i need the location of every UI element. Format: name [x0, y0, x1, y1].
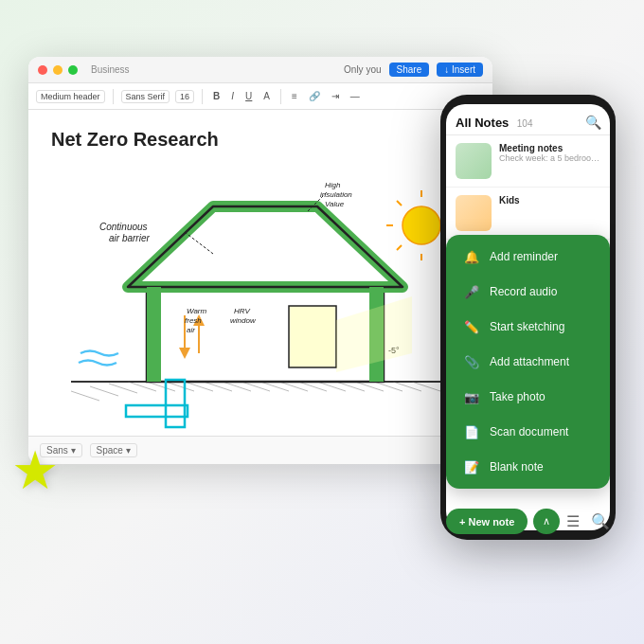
mobile-phone: All Notes 104 🔍 Meeting notes Check week… [440, 95, 616, 540]
window-bottom-bar: Sans ▾ Space ▾ [28, 436, 492, 464]
svg-line-33 [397, 201, 402, 206]
notes-count-badge: 104 [517, 118, 533, 129]
notes-header: All Notes 104 🔍 [446, 104, 610, 135]
space-dropdown[interactable]: Space ▾ [90, 443, 137, 457]
minimize-dot[interactable] [53, 65, 63, 75]
link-button[interactable]: 🔗 [306, 90, 323, 102]
toolbar-divider-3 [280, 89, 281, 104]
svg-text:Continuous: Continuous [99, 222, 148, 232]
titlebar-right: Only you Share ↓ Insert [344, 63, 483, 77]
close-dot[interactable] [38, 65, 47, 75]
take-photo-label: Take photo [490, 390, 546, 403]
notes-title-area: All Notes 104 [456, 114, 532, 131]
note-thumb-image [456, 195, 492, 231]
maximize-dot[interactable] [68, 65, 78, 75]
only-you-label: Only you [344, 64, 381, 75]
new-note-button[interactable]: + New note [446, 509, 528, 530]
blank-note-menu-item[interactable]: 📝 Blank note [450, 450, 606, 484]
titlebar-app-label: Business [91, 64, 130, 75]
note-thumbnail [456, 143, 492, 179]
add-attachment-menu-item[interactable]: 📎 Add attachment [450, 345, 606, 379]
color-button[interactable]: A [260, 90, 273, 102]
svg-text:insulation: insulation [320, 190, 352, 199]
note-thumbnail [456, 195, 492, 231]
toolbar-divider-2 [202, 89, 203, 104]
svg-text:Value: Value [325, 200, 345, 208]
star-decoration: ★ [11, 444, 59, 497]
new-note-area: + New note ∧ [446, 509, 560, 530]
reminder-icon: 🔔 [463, 248, 480, 265]
share-button[interactable]: Share [389, 63, 430, 77]
note-text: Meeting notes Check week: a 5 bedrooms, … [499, 143, 600, 179]
camera-icon: 📷 [463, 388, 480, 405]
house-svg: Continuous air barrier High insulation V… [51, 164, 470, 438]
record-audio-label: Record audio [490, 285, 557, 298]
svg-marker-22 [128, 206, 402, 287]
window-toolbar: Medium header Sans Serif 16 B I U A ≡ 🔗 … [28, 83, 492, 110]
bottom-search-icon[interactable]: 🔍 [591, 512, 610, 530]
desktop-window: Business Only you Share ↓ Insert Medium … [28, 57, 492, 464]
start-sketching-menu-item[interactable]: ✏️ Start sketching [450, 310, 606, 344]
svg-rect-25 [289, 306, 336, 367]
record-audio-menu-item[interactable]: 🎤 Record audio [450, 275, 606, 309]
take-photo-menu-item[interactable]: 📷 Take photo [450, 380, 606, 414]
document-title[interactable]: Net Zero Research [51, 129, 470, 151]
phone-bottom-bar: + New note ∧ ☰ 🔍 [446, 509, 610, 530]
svg-text:HRV: HRV [234, 307, 250, 315]
microphone-icon: 🎤 [463, 283, 480, 300]
align-button[interactable]: — [348, 90, 363, 102]
style-selector[interactable]: Medium header [36, 90, 105, 103]
svg-line-37 [185, 232, 213, 254]
font-selector[interactable]: Sans Serif [121, 90, 170, 103]
list-item[interactable]: Meeting notes Check week: a 5 bedrooms, … [446, 135, 610, 188]
svg-text:fresh: fresh [185, 316, 202, 325]
list-item[interactable]: Kids [446, 188, 610, 240]
add-reminder-label: Add reminder [490, 250, 558, 263]
svg-rect-27 [126, 405, 188, 417]
scan-document-label: Scan document [490, 425, 568, 438]
window-titlebar: Business Only you Share ↓ Insert [28, 57, 492, 83]
add-attachment-label: Add attachment [490, 355, 569, 368]
svg-text:air: air [187, 326, 195, 334]
document-content: Net Zero Research [28, 110, 492, 457]
svg-text:window: window [230, 316, 257, 325]
attachment-icon: 📎 [463, 353, 480, 370]
svg-text:Warm: Warm [187, 307, 207, 315]
start-sketching-label: Start sketching [490, 320, 564, 333]
blank-note-icon: 📝 [463, 458, 480, 475]
note-thumb-image [456, 143, 492, 179]
sketch-icon: ✏️ [463, 318, 480, 335]
svg-rect-23 [147, 287, 161, 382]
insert-button[interactable]: ↓ Insert [437, 63, 483, 77]
svg-line-1 [71, 391, 99, 401]
svg-point-28 [402, 206, 440, 244]
underline-button[interactable]: U [242, 90, 255, 102]
phone-screen: All Notes 104 🔍 Meeting notes Check week… [446, 104, 610, 530]
note-title: Meeting notes [499, 143, 600, 153]
scan-icon: 📄 [463, 423, 480, 440]
svg-line-3 [109, 384, 137, 393]
svg-text:air barrier: air barrier [109, 233, 150, 243]
bottom-nav-icons: ☰ 🔍 [566, 512, 610, 530]
insert-dropdown-menu: 🔔 Add reminder 🎤 Record audio ✏️ Start s… [446, 235, 610, 489]
sketch-area: Continuous air barrier High insulation V… [51, 164, 470, 438]
notes-app-title: All Notes [456, 116, 509, 130]
list-button[interactable]: ≡ [289, 90, 300, 102]
size-selector[interactable]: 16 [175, 90, 194, 103]
note-text: Kids [499, 195, 600, 231]
blank-note-label: Blank note [490, 460, 544, 474]
svg-line-2 [90, 386, 118, 396]
search-icon[interactable]: 🔍 [585, 115, 600, 130]
toolbar-divider-1 [113, 89, 114, 104]
hamburger-icon[interactable]: ☰ [566, 512, 580, 530]
new-note-chevron-button[interactable]: ∧ [533, 509, 560, 530]
note-title: Kids [499, 195, 600, 206]
scan-document-menu-item[interactable]: 📄 Scan document [450, 415, 606, 449]
italic-button[interactable]: I [228, 90, 237, 102]
svg-text:High: High [325, 181, 341, 189]
add-reminder-menu-item[interactable]: 🔔 Add reminder [450, 240, 606, 274]
indent-button[interactable]: ⇥ [329, 90, 342, 102]
svg-line-36 [397, 245, 402, 250]
bold-button[interactable]: B [210, 90, 223, 102]
note-snippet: Check week: a 5 bedrooms, emailed Brent'… [499, 153, 600, 163]
